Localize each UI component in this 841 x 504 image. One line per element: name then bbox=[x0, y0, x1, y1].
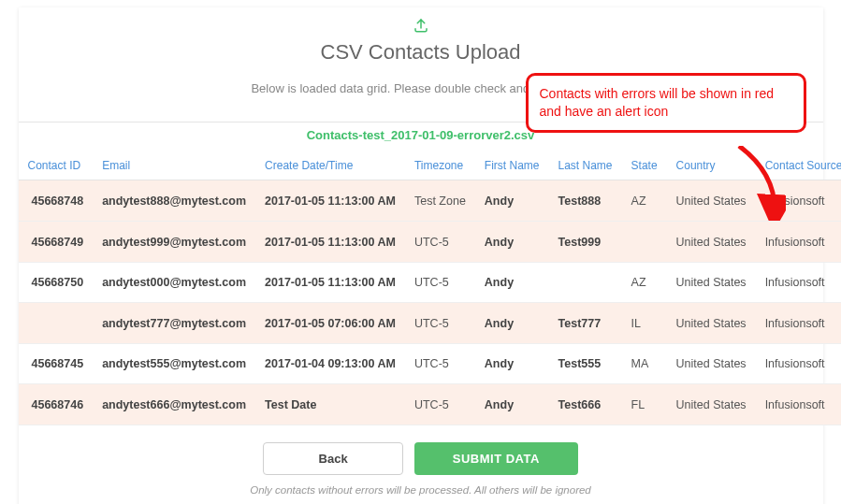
col-last-name[interactable]: Last Name bbox=[549, 151, 622, 180]
cell-state: AZ bbox=[622, 180, 667, 222]
contacts-table: Contact ID Email Create Date/Time Timezo… bbox=[19, 151, 842, 425]
table-row: 45668745andytest555@mytest.com2017-01-04… bbox=[19, 344, 842, 384]
back-button[interactable]: Back bbox=[263, 442, 403, 475]
annotation-callout: Contacts with errors will be shown in re… bbox=[526, 73, 806, 133]
cell-timezone: UTC-5 bbox=[405, 303, 475, 344]
cell-source: Infusionsoft bbox=[756, 384, 841, 425]
cell-first-name: Andy bbox=[475, 303, 549, 344]
col-timezone[interactable]: Timezone bbox=[405, 151, 475, 180]
cell-country: United States bbox=[667, 263, 756, 303]
cell-state bbox=[622, 222, 667, 263]
cell-email: andytest999@mytest.com bbox=[93, 222, 255, 263]
cell-state: IL bbox=[622, 303, 667, 344]
cell-first-name: Andy bbox=[475, 384, 549, 425]
cell-country: United States bbox=[667, 303, 756, 344]
cell-contact-id: 45668746 bbox=[19, 384, 94, 425]
upload-icon bbox=[19, 17, 823, 36]
table-row: andytest777@mytest.com2017-01-05 07:06:0… bbox=[19, 303, 842, 344]
col-contact-id[interactable]: Contact ID bbox=[19, 151, 94, 180]
col-email[interactable]: Email bbox=[93, 151, 255, 180]
cell-country: United States bbox=[667, 384, 756, 425]
cell-source: Infusionsoft bbox=[756, 344, 841, 384]
cell-timezone: UTC-5 bbox=[405, 344, 475, 384]
table-header-row: Contact ID Email Create Date/Time Timezo… bbox=[19, 151, 842, 180]
cell-last-name: Test777 bbox=[549, 303, 622, 344]
col-create-date[interactable]: Create Date/Time bbox=[255, 151, 405, 180]
cell-last-name: Test555 bbox=[549, 344, 622, 384]
cell-contact-id: 45668748 bbox=[19, 180, 94, 222]
cell-state: AZ bbox=[622, 263, 667, 303]
cell-last-name bbox=[549, 263, 622, 303]
cell-created: 2017-01-05 11:13:00 AM bbox=[255, 222, 405, 263]
cell-contact-id: 45668745 bbox=[19, 344, 94, 384]
cell-contact-id: 45668750 bbox=[19, 263, 94, 303]
col-state[interactable]: State bbox=[622, 151, 667, 180]
cell-email: andytest777@mytest.com bbox=[93, 303, 255, 344]
cell-country: United States bbox=[667, 344, 756, 384]
col-first-name[interactable]: First Name bbox=[475, 151, 549, 180]
table-row: 45668748andytest888@mytest.com2017-01-05… bbox=[19, 180, 842, 222]
cell-first-name: Andy bbox=[475, 222, 549, 263]
cell-timezone: UTC-5 bbox=[405, 222, 475, 263]
cell-last-name: Test888 bbox=[549, 180, 622, 222]
cell-timezone: UTC-5 bbox=[405, 384, 475, 425]
cell-contact-id: 45668749 bbox=[19, 222, 94, 263]
cell-created: Test Date bbox=[255, 384, 405, 425]
cell-created: 2017-01-05 07:06:00 AM bbox=[255, 303, 405, 344]
cell-email: andytest555@mytest.com bbox=[93, 344, 255, 384]
submit-data-button[interactable]: SUBMIT DATA bbox=[414, 442, 578, 475]
cell-last-name: Test999 bbox=[549, 222, 622, 263]
cell-country: United States bbox=[667, 222, 756, 263]
cell-created: 2017-01-05 11:13:00 AM bbox=[255, 263, 405, 303]
cell-source: Infusionsoft bbox=[756, 222, 841, 263]
cell-state: MA bbox=[622, 344, 667, 384]
cell-email: andytest666@mytest.com bbox=[93, 384, 255, 425]
cell-first-name: Andy bbox=[475, 344, 549, 384]
cell-first-name: Andy bbox=[475, 180, 549, 222]
table-row: 45668749andytest999@mytest.com2017-01-05… bbox=[19, 222, 842, 263]
cell-first-name: Andy bbox=[475, 263, 549, 303]
upload-panel: CSV Contacts Upload Below is loaded data… bbox=[19, 7, 823, 504]
table-row: 45668750andytest000@mytest.com2017-01-05… bbox=[19, 263, 842, 303]
cell-created: 2017-01-04 09:13:00 AM bbox=[255, 344, 405, 384]
cell-email: andytest888@mytest.com bbox=[93, 180, 255, 222]
cell-email: andytest000@mytest.com bbox=[93, 263, 255, 303]
annotation-text: Contacts with errors will be shown in re… bbox=[540, 86, 775, 119]
annotation-arrow-icon bbox=[730, 146, 786, 221]
cell-last-name: Test666 bbox=[549, 384, 622, 425]
footnote: Only contacts without errors will be pro… bbox=[19, 484, 823, 496]
table-row: 45668746andytest666@mytest.comTest DateU… bbox=[19, 384, 842, 425]
button-row: Back SUBMIT DATA bbox=[19, 442, 823, 475]
cell-state: FL bbox=[622, 384, 667, 425]
cell-created: 2017-01-05 11:13:00 AM bbox=[255, 180, 405, 222]
cell-source: Infusionsoft bbox=[756, 263, 841, 303]
cell-timezone: UTC-5 bbox=[405, 263, 475, 303]
cell-source: Infusionsoft bbox=[756, 303, 841, 344]
page-title: CSV Contacts Upload bbox=[19, 40, 823, 65]
cell-contact-id bbox=[19, 303, 94, 344]
cell-timezone: Test Zone bbox=[405, 180, 475, 222]
